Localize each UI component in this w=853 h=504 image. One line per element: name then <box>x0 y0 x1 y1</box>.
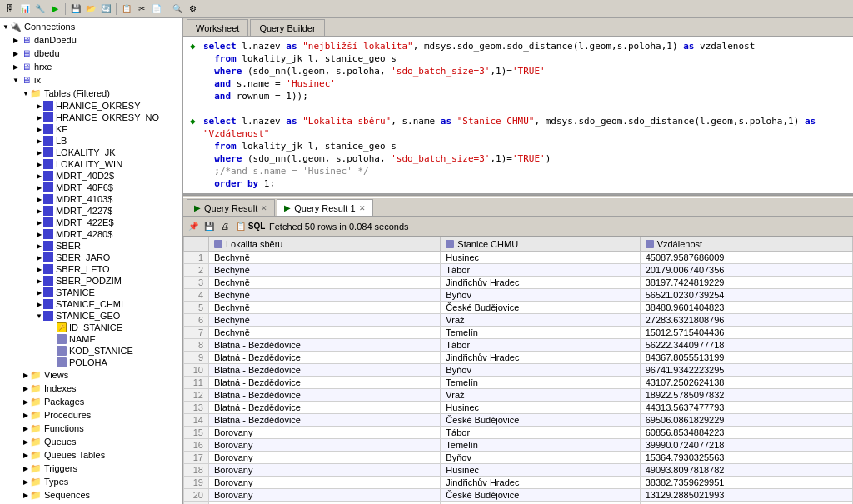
tree-arrow-lokality-win[interactable]: ▶ <box>35 161 43 168</box>
table-row[interactable]: 19BorovanyJindřichův Hradec38382.7359629… <box>184 477 853 489</box>
tree-arrow-stanice-chmi[interactable]: ▶ <box>35 301 43 308</box>
tree-item-queues-tables[interactable]: ▶ 📁 Queues Tables <box>0 448 182 462</box>
result-tab-close-2[interactable]: ✕ <box>359 204 366 212</box>
result-pin-icon[interactable]: 📌 <box>187 220 200 233</box>
tab-query-builder[interactable]: Query Builder <box>250 19 324 36</box>
col-header-vzdalennost[interactable]: Vzdálenost <box>640 237 852 252</box>
tree-arrow-lb[interactable]: ▶ <box>35 137 43 145</box>
table-row[interactable]: 11Blatná - BezdědoviceTemelín43107.25026… <box>184 377 853 389</box>
toolbar-icon-3[interactable]: 🔧 <box>33 2 47 16</box>
tree-item-queues[interactable]: ▶ 📁 Queues <box>0 435 182 448</box>
table-row[interactable]: 7BechyněTemelín15012.5715404436 <box>184 327 853 339</box>
tree-arrow-stanice-geo[interactable]: ▼ <box>35 312 43 320</box>
tree-arrow-sber-leto[interactable]: ▶ <box>35 266 43 273</box>
tree-item-mdrt-4280[interactable]: ▶ MDRT_4280$ <box>0 228 182 240</box>
result-tab-query-result[interactable]: ▶ Query Result ✕ <box>187 199 275 216</box>
table-row[interactable]: 17BorovanyByňov15364.7930325563 <box>184 452 853 464</box>
result-tab-query-result-1[interactable]: ▶ Query Result 1 ✕ <box>277 199 372 216</box>
result-print-icon[interactable]: 🖨 <box>218 220 232 233</box>
tree-arrow-stanice[interactable]: ▶ <box>35 289 43 297</box>
toolbar-icon-8[interactable]: 📋 <box>120 2 133 16</box>
tree-item-lokality-jk[interactable]: ▶ LOKALITY_JK <box>0 147 182 158</box>
toolbar-icon-11[interactable]: 🔍 <box>171 2 184 16</box>
tree-arrow-mdrt-4280[interactable]: ▶ <box>35 231 43 238</box>
tree-item-views[interactable]: ▶ 📁 Views <box>0 368 182 382</box>
tree-item-lokality-win[interactable]: ▶ LOKALITY_WIN <box>0 158 182 170</box>
tree-item-mdrt-4227[interactable]: ▶ MDRT_4227$ <box>0 205 182 217</box>
tree-arrow-views[interactable]: ▶ <box>22 372 30 379</box>
tree-arrow-connections[interactable]: ▼ <box>2 23 10 31</box>
tree-arrow-sber-jaro[interactable]: ▶ <box>35 254 43 262</box>
tree-item-sequences[interactable]: ▶ 📁 Sequences <box>0 488 182 502</box>
toolbar-icon-5[interactable]: 💾 <box>69 2 82 16</box>
tree-arrow-mdrt-4227[interactable]: ▶ <box>35 207 43 215</box>
tree-arrow-ke[interactable]: ▶ <box>35 126 43 133</box>
tree-arrow-danDbedu[interactable]: ▶ <box>12 37 20 44</box>
toolbar-icon-9[interactable]: ✂ <box>135 2 148 16</box>
table-row[interactable]: 8Blatná - BezdědoviceTábor56222.34409777… <box>184 339 853 352</box>
sql-editor[interactable]: ◆ select l.nazev as "nejbližší lokalita"… <box>183 37 853 195</box>
tree-item-stanice[interactable]: ▶ STANICE <box>0 287 182 298</box>
tree-item-connections[interactable]: ▼ 🔌 Connections <box>0 20 182 33</box>
tree-item-dbedu[interactable]: ▶ 🖥 dbedu <box>0 47 182 60</box>
tree-item-indexes[interactable]: ▶ 📁 Indexes <box>0 382 182 395</box>
tree-item-stanice-chmi[interactable]: ▶ STANICE_CHMI <box>0 298 182 310</box>
tree-arrow-sequences[interactable]: ▶ <box>22 492 30 499</box>
tree-item-col-poloha[interactable]: POLOHA <box>0 357 182 368</box>
toolbar-icon-10[interactable]: 📄 <box>150 2 163 16</box>
tree-item-sber-jaro[interactable]: ▶ SBER_JARO <box>0 252 182 263</box>
table-row[interactable]: 18BorovanyHusinec49093.8097818782 <box>184 464 853 477</box>
tree-arrow-hranice-okresy[interactable]: ▶ <box>35 102 43 110</box>
tree-arrow-indexes[interactable]: ▶ <box>22 385 30 392</box>
tree-item-mdrt-40d2[interactable]: ▶ MDRT_40D2$ <box>0 170 182 182</box>
tree-item-hrxe[interactable]: ▶ 🖥 hrxe <box>0 60 182 73</box>
tree-item-sber-podzim[interactable]: ▶ SBER_PODZIM <box>0 275 182 287</box>
tree-arrow-ix[interactable]: ▼ <box>12 77 20 84</box>
table-row[interactable]: 13Blatná - BezdědoviceHusinec44313.56374… <box>184 402 853 414</box>
tree-arrow-functions[interactable]: ▶ <box>22 425 30 432</box>
table-row[interactable]: 9Blatná - BezdědoviceJindřichův Hradec84… <box>184 352 853 364</box>
toolbar-icon-1[interactable]: 🗄 <box>3 2 17 16</box>
table-row[interactable]: 6BechyněVraž27283.6321808796 <box>184 314 853 327</box>
sql-content[interactable]: ◆ select l.nazev as "nejbližší lokalita"… <box>183 37 853 193</box>
tree-item-types[interactable]: ▶ 📁 Types <box>0 475 182 488</box>
tree-arrow-mdrt-40f6[interactable]: ▶ <box>35 184 43 192</box>
col-header-lokalita[interactable]: Lokalita sběru <box>209 237 441 252</box>
tree-item-tables[interactable]: ▼ 📁 Tables (Filtered) <box>0 87 182 100</box>
tree-item-ke[interactable]: ▶ KE <box>0 123 182 135</box>
tree-arrow-tables[interactable]: ▼ <box>22 90 30 97</box>
data-grid[interactable]: Lokalita sběru Stanice CHMU <box>183 237 853 504</box>
table-row[interactable]: 12Blatná - BezdědoviceVraž18922.57850978… <box>184 389 853 402</box>
tree-item-packages[interactable]: ▶ 📁 Packages <box>0 395 182 408</box>
table-row[interactable]: 20BorovanyČeské Budějovice13129.28850219… <box>184 489 853 502</box>
table-row[interactable]: 1BechyněHusinec45087.9587686009 <box>184 252 853 264</box>
tree-arrow-mdrt-4103[interactable]: ▶ <box>35 196 43 203</box>
tree-item-sber-leto[interactable]: ▶ SBER_LETO <box>0 263 182 275</box>
table-row[interactable]: 15BorovanyTábor60856.8534884223 <box>184 427 853 439</box>
tree-arrow-mdrt-40d2[interactable]: ▶ <box>35 172 43 180</box>
tree-item-ix[interactable]: ▼ 🖥 ix <box>0 73 182 87</box>
tree-arrow-queues[interactable]: ▶ <box>22 438 30 446</box>
table-row[interactable]: 3BechyněJindřichův Hradec38197.742481922… <box>184 277 853 289</box>
toolbar-icon-6[interactable]: 📂 <box>84 2 97 16</box>
tree-item-hranice-okresy-no[interactable]: ▶ HRANICE_OKRESY_NO <box>0 112 182 123</box>
tree-arrow-hranice-okresy-no[interactable]: ▶ <box>35 114 43 122</box>
tree-item-danDbedu[interactable]: ▶ 🖥 danDbedu <box>0 33 182 47</box>
tree-arrow-triggers[interactable]: ▶ <box>22 465 30 472</box>
tree-arrow-mdrt-422e[interactable]: ▶ <box>35 219 43 227</box>
tree-item-mdrt-4103[interactable]: ▶ MDRT_4103$ <box>0 193 182 205</box>
result-save-icon[interactable]: 💾 <box>202 220 216 233</box>
table-row[interactable]: 2BechyněTábor20179.0067407356 <box>184 264 853 277</box>
result-tab-close-1[interactable]: ✕ <box>261 204 267 212</box>
toolbar-icon-12[interactable]: ⚙ <box>186 2 199 16</box>
toolbar-icon-2[interactable]: 📊 <box>18 2 32 16</box>
table-row[interactable]: 10Blatná - BezdědoviceByňov96741.9342223… <box>184 364 853 377</box>
table-row[interactable]: 5BechyněČeské Budějovice38480.9601404823 <box>184 302 853 314</box>
run-button[interactable]: ▶ <box>48 2 62 16</box>
tree-item-triggers[interactable]: ▶ 📁 Triggers <box>0 462 182 475</box>
tree-arrow-procedures[interactable]: ▶ <box>22 412 30 419</box>
tree-item-mdrt-40f6[interactable]: ▶ MDRT_40F6$ <box>0 182 182 193</box>
tree-arrow-types[interactable]: ▶ <box>22 478 30 486</box>
result-copy-icon[interactable]: 📋 <box>234 220 247 233</box>
toolbar-icon-7[interactable]: 🔄 <box>99 2 112 16</box>
